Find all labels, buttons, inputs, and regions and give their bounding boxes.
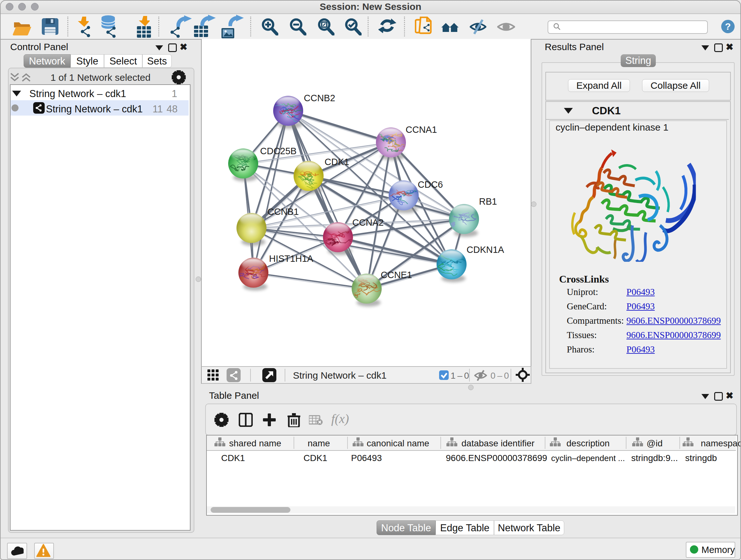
svg-text:CDKN1A: CDKN1A <box>467 245 504 255</box>
svg-text:CCNA2: CCNA2 <box>352 217 384 228</box>
svg-text:CCNA1: CCNA1 <box>406 125 437 135</box>
svg-text:CCNB1: CCNB1 <box>267 206 299 217</box>
svg-text:CDK1: CDK1 <box>325 157 349 167</box>
svg-text:HIST1H1A: HIST1H1A <box>269 253 313 264</box>
svg-text:RB1: RB1 <box>479 196 497 206</box>
svg-text:CCNE1: CCNE1 <box>381 270 412 280</box>
svg-text:CDC6: CDC6 <box>418 179 443 190</box>
svg-text:CDC25B: CDC25B <box>260 146 296 156</box>
svg-text:CCNB2: CCNB2 <box>304 93 335 103</box>
